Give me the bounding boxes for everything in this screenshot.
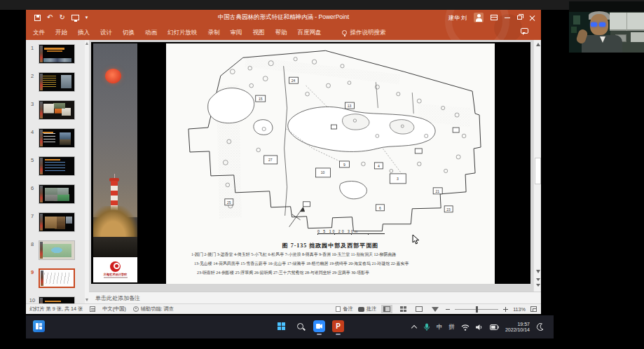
windows-taskbar: 中 拼 19:57 2022/10/14 (26, 315, 554, 338)
taskbar-clock[interactable]: 19:57 2022/10/14 (505, 322, 530, 333)
thumbnail-slide-4[interactable]: 4 (26, 128, 85, 152)
zoom-out-button[interactable] (446, 309, 450, 310)
wall-poster (571, 27, 577, 33)
accessibility-status[interactable]: 辅助功能: 调查 (133, 306, 174, 313)
zoom-in-button[interactable] (503, 307, 508, 312)
microphone-icon[interactable] (423, 323, 430, 331)
scroll-down-icon[interactable] (536, 270, 540, 273)
ime-mode-indicator[interactable]: 拼 (448, 323, 455, 331)
scroll-up-icon[interactable] (85, 42, 88, 45)
slide-sorter-view-button[interactable] (397, 305, 409, 313)
tab-insert[interactable]: 插入 (78, 29, 90, 37)
notes-icon (336, 306, 341, 312)
start-button[interactable] (275, 320, 287, 332)
thumbnail-slide-1[interactable]: 1 (26, 44, 85, 68)
figure-legend-line-3: 23-听雨轩 24-倒影楼 25-浮翠阁 26-留听阁 27-三十六鸳鸯馆 28… (197, 270, 493, 276)
previous-slide-icon[interactable] (536, 278, 540, 281)
battery-icon[interactable] (490, 324, 499, 330)
tab-transitions[interactable]: 切换 (123, 29, 135, 37)
focus-assist-moon-icon[interactable] (536, 323, 544, 331)
language-label[interactable]: 中文(中国) (102, 306, 126, 313)
ribbon-tab-bar: 文件 开始 插入 设计 切换 动画 幻灯片放映 录制 审阅 视图 帮助 百度网盘… (26, 25, 541, 40)
current-slide[interactable]: 北海艺术设计学院 (91, 42, 530, 284)
close-button[interactable] (529, 15, 535, 21)
comments-toggle-label: 批注 (366, 306, 376, 313)
thumbnail-slide-6[interactable]: 6 (26, 184, 85, 208)
thumbnail-slide-3[interactable]: 3 (26, 100, 85, 124)
tab-design[interactable]: 设计 (100, 29, 112, 37)
tab-file[interactable]: 文件 (33, 29, 45, 37)
normal-view-button[interactable] (381, 305, 392, 313)
scroll-down-icon[interactable] (85, 299, 88, 301)
tab-animations[interactable]: 动画 (145, 29, 157, 37)
tab-home[interactable]: 开始 (55, 29, 67, 37)
wall-poster (573, 15, 580, 25)
zoom-slider-handle[interactable] (476, 306, 478, 313)
cabinet (631, 32, 644, 42)
comments-toggle[interactable]: 批注 (358, 306, 376, 313)
tell-me-search[interactable]: 操作说明搜索 (342, 29, 386, 37)
plan-label: 24 (292, 78, 296, 83)
slide-number: 6 (26, 184, 39, 208)
tab-help[interactable]: 帮助 (275, 29, 287, 37)
start-slideshow-icon[interactable] (71, 15, 79, 20)
customize-qat-icon[interactable]: ▾ (85, 14, 88, 21)
tab-review[interactable]: 审阅 (231, 29, 242, 37)
scrollbar-thumb[interactable] (535, 158, 541, 184)
powerpoint-taskbar-button[interactable] (332, 320, 344, 332)
scroll-up-icon[interactable] (536, 43, 540, 46)
tray-overflow-icon[interactable] (412, 324, 417, 329)
plan-label: 15 (259, 97, 263, 101)
spell-check-icon[interactable] (90, 306, 95, 312)
speaker-icon[interactable] (476, 324, 484, 331)
account-avatar[interactable] (474, 13, 484, 22)
tab-slideshow[interactable]: 幻灯片放映 (167, 29, 198, 37)
ime-language-indicator[interactable]: 中 (437, 323, 443, 331)
wifi-icon[interactable] (461, 324, 470, 331)
presenter-webcam-video[interactable] (569, 1, 644, 53)
minimize-button[interactable] (505, 18, 510, 18)
notes-toggle[interactable]: 备注 (336, 306, 352, 313)
window-header: ↶ ↻ ▾ 中国古典园林的形式特征和精神内涵 - PowerPoint 建华 刘… (26, 10, 541, 40)
next-slide-icon[interactable] (536, 284, 540, 287)
zoom-level-label[interactable]: 113% (513, 306, 526, 313)
taskbar-search-button[interactable] (294, 320, 306, 332)
slideshow-view-button[interactable] (430, 305, 441, 313)
accessibility-icon (133, 306, 139, 312)
thumbnail-slide-7[interactable]: 7 (26, 212, 85, 236)
clock-time: 19:57 (505, 322, 530, 327)
thumbnail-slide-8[interactable]: 8 (26, 240, 85, 264)
thumbnail-slide-10[interactable]: 10 (26, 296, 85, 303)
ribbon-display-options-icon[interactable] (491, 15, 498, 20)
comments-icon[interactable] (521, 28, 528, 34)
slide-number: 8 (26, 240, 39, 264)
account-name[interactable]: 建华 刘 (448, 14, 467, 22)
tab-baidu-netdisk[interactable]: 百度网盘 (298, 29, 322, 37)
tab-record[interactable]: 录制 (208, 29, 220, 37)
thumbnail-slide-5[interactable]: 5 (26, 156, 85, 180)
notes-pane[interactable]: 单击此处添加备注 (89, 292, 541, 303)
thumbnail-slide-9[interactable]: 9 (26, 268, 85, 292)
thumbnail-slide-2[interactable]: 2 (26, 72, 85, 96)
reading-view-button[interactable] (413, 305, 425, 313)
slide-number: 5 (26, 156, 39, 180)
meeting-app-button[interactable] (313, 320, 325, 332)
zoom-slider[interactable] (455, 309, 498, 310)
widgets-button[interactable] (33, 320, 45, 332)
plan-label: 13 (348, 104, 352, 108)
tab-view[interactable]: 视图 (253, 29, 265, 37)
garden-plan-figure: 15 24 13 27 10 9 4 3 21 23 (166, 43, 495, 284)
editor-vertical-scrollbar[interactable] (533, 40, 541, 292)
undo-icon[interactable]: ↶ (47, 14, 53, 21)
school-logo-text: 北海艺术设计学院 (104, 273, 128, 276)
restore-button[interactable] (517, 15, 522, 20)
figure-legend-line-1: 1-园门 2-腰门 3-远香堂 4-倚玉轩 5-小飞虹 6-松风亭 7-小沧浪 … (191, 252, 487, 258)
save-icon[interactable] (34, 15, 41, 21)
slideshow-icon (432, 307, 439, 312)
running-indicator (317, 334, 322, 335)
redo-icon[interactable]: ↻ (59, 14, 64, 21)
slide-position-label[interactable]: 幻灯片 第 9 张, 共 14 张 (29, 306, 83, 313)
fit-slide-to-window-icon[interactable] (530, 306, 537, 312)
map-scale-bar: 0 5 10 20 30m (317, 229, 392, 235)
notes-placeholder: 单击此处添加备注 (95, 294, 140, 302)
